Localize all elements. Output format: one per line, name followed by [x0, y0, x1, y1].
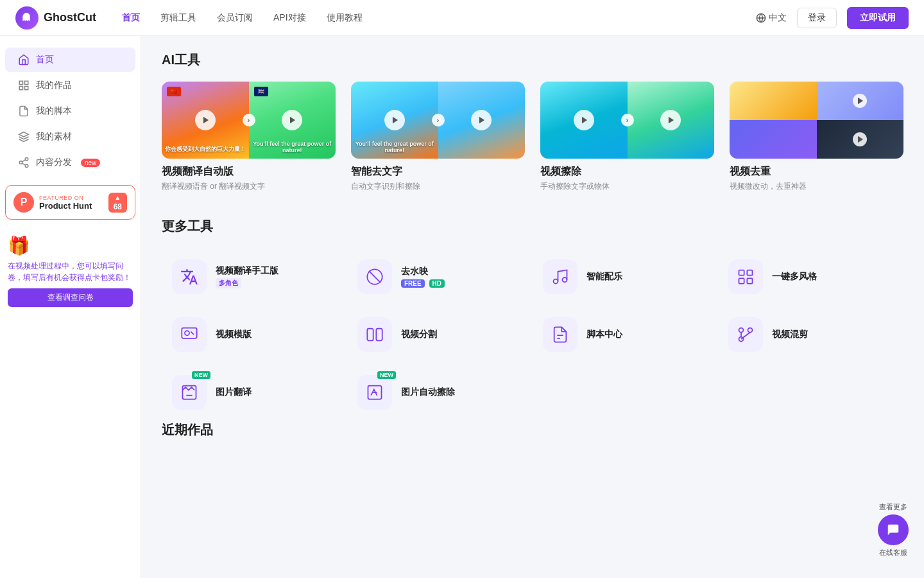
tool-item-watermark[interactable]: 去水映 FREE HD [347, 248, 533, 306]
tool-card-dedup[interactable]: 视频去重 视频微改动，去重神器 [730, 82, 903, 192]
svg-marker-5 [19, 132, 29, 137]
sidebar-label-distribute: 内容分发 [36, 157, 72, 168]
svg-marker-15 [582, 117, 587, 124]
ai-tools-section: AI工具 🇨🇳 你会感受到大自然的巨大力量！ [162, 51, 903, 192]
svg-rect-1 [19, 81, 22, 84]
sidebar-item-distribute[interactable]: 内容分发 new [5, 150, 135, 175]
dedup-q4 [817, 120, 904, 159]
float-cs-label: 在线客服 [879, 548, 907, 557]
login-button[interactable]: 登录 [797, 8, 837, 28]
play-icon-5 [580, 116, 589, 125]
svg-rect-4 [19, 87, 22, 90]
sidebar-label-works: 我的作品 [36, 80, 72, 91]
customer-service-button[interactable] [878, 514, 909, 545]
tag-free: FREE [401, 279, 425, 288]
tool-desc-1: 翻译视频语音 or 翻译视频文字 [162, 181, 336, 192]
sidebar-item-material[interactable]: 我的素材 [5, 125, 135, 149]
sidebar-item-works[interactable]: 我的作品 [5, 73, 135, 98]
tool-name-img-translate: 图片翻译 [216, 387, 252, 398]
promo-button[interactable]: 查看调查问卷 [8, 288, 133, 307]
globe-icon [756, 13, 766, 23]
play-btn-right[interactable] [282, 110, 302, 130]
ph-logo: P [13, 192, 34, 213]
tag-multi: 多角色 [216, 278, 241, 288]
multistyle-icon [728, 259, 763, 294]
try-button[interactable]: 立即试用 [847, 7, 909, 29]
play-btn-3[interactable] [384, 110, 405, 130]
play-btn-6[interactable] [660, 110, 681, 130]
svg-marker-12 [290, 117, 295, 124]
tool-item-translate-manual[interactable]: 视频翻译手工版 多角色 [162, 248, 347, 306]
product-hunt-banner[interactable]: P FEATURED ON Product Hunt ▲ 68 [5, 185, 135, 220]
svg-marker-16 [669, 117, 674, 124]
video-text-cn: 你会感受到大自然的巨大力量！ [164, 145, 246, 153]
language-button[interactable]: 中文 [756, 12, 787, 24]
card-img-left: 🇨🇳 你会感受到大自然的巨大力量！ [162, 82, 249, 159]
chat-icon [886, 523, 900, 537]
img-translate-svg [180, 383, 198, 401]
grid-icon [18, 80, 30, 91]
play-icon [201, 116, 210, 125]
file-icon [18, 105, 30, 117]
sidebar-label-script: 我的脚本 [36, 105, 72, 117]
tool-item-img-translate[interactable]: NEW 图片翻译 [162, 363, 347, 421]
svg-rect-24 [747, 270, 752, 276]
dedup-q3 [730, 120, 817, 159]
sidebar-item-script[interactable]: 我的脚本 [5, 99, 135, 123]
tool-tags: 多角色 [216, 277, 278, 288]
sidebar-item-home[interactable]: 首页 [5, 48, 135, 72]
tool-item-info-3: 智能配乐 [586, 271, 622, 283]
tool-item-template[interactable]: 视频模版 [162, 306, 347, 363]
nav-api[interactable]: API对接 [273, 12, 306, 24]
play-btn-left[interactable] [195, 110, 216, 130]
more-tools-section: 更多工具 视频翻译手工版 多角色 [162, 218, 903, 421]
tool-item-img-erase[interactable]: NEW 图片自动擦除 [347, 363, 533, 421]
dedup-q1 [730, 82, 817, 120]
tool-card-video-translate[interactable]: 🇨🇳 你会感受到大自然的巨大力量！ › 🇬🇧 [162, 82, 336, 192]
recent-title: 近期作品 [162, 421, 213, 439]
lang-text: 中文 [769, 12, 787, 24]
sidebar-label-home: 首页 [36, 54, 54, 66]
tool-item-info-10: 图片自动擦除 [401, 387, 455, 398]
nav-home[interactable]: 首页 [122, 12, 140, 24]
nav-member[interactable]: 会员订阅 [217, 12, 253, 24]
svg-marker-18 [858, 136, 863, 143]
svg-rect-26 [739, 278, 744, 283]
tool-card-erase[interactable]: › 视频擦除 手动擦除文字或物体 [540, 82, 714, 192]
promo-icon: 🎁 [8, 235, 133, 256]
header-right: 中文 登录 立即试用 [756, 7, 909, 29]
tool-name-4: 视频去重 [730, 165, 903, 179]
tool-item-music[interactable]: 智能配乐 [533, 248, 718, 306]
play-btn-5[interactable] [574, 110, 594, 130]
tool-item-mixedit[interactable]: 视频混剪 [718, 306, 903, 363]
video-text-en: You'll feel the great power of nature! [252, 141, 334, 153]
split-svg [366, 326, 384, 344]
template-svg [180, 326, 198, 344]
play-btn-4[interactable] [471, 110, 492, 130]
scriptcenter-icon [543, 317, 578, 352]
tool-item-scriptcenter[interactable]: 脚本中心 [533, 306, 718, 363]
play-btn-7[interactable] [853, 94, 867, 108]
mixedit-svg [737, 326, 755, 344]
tool-name-1: 视频翻译自动版 [162, 165, 336, 179]
svg-point-6 [25, 158, 28, 161]
tool-card-img-4 [730, 82, 903, 159]
nav-tutorial[interactable]: 使用教程 [327, 12, 363, 24]
flamingo-left: You'll feel the great power of nature! [351, 82, 438, 159]
tool-item-info-8: 视频混剪 [772, 329, 808, 340]
tool-item-multistyle[interactable]: 一键多风格 [718, 248, 903, 306]
tool-name-watermark: 去水映 [401, 266, 447, 277]
nav-edit[interactable]: 剪辑工具 [160, 12, 196, 24]
svg-line-9 [22, 163, 25, 165]
tool-item-info-4: 一键多风格 [772, 271, 817, 283]
svg-rect-29 [367, 329, 373, 341]
svg-line-10 [22, 160, 25, 162]
tool-item-info-2: 去水映 FREE HD [401, 266, 447, 288]
logo[interactable]: GhostCut [15, 6, 96, 30]
watermark-svg [366, 268, 384, 286]
tool-name-music: 智能配乐 [586, 271, 622, 283]
tool-card-smart-remove[interactable]: You'll feel the great power of nature! ›… [351, 82, 525, 192]
play-btn-8[interactable] [853, 132, 867, 146]
music-svg [551, 268, 569, 286]
tool-item-split[interactable]: 视频分割 [347, 306, 533, 363]
